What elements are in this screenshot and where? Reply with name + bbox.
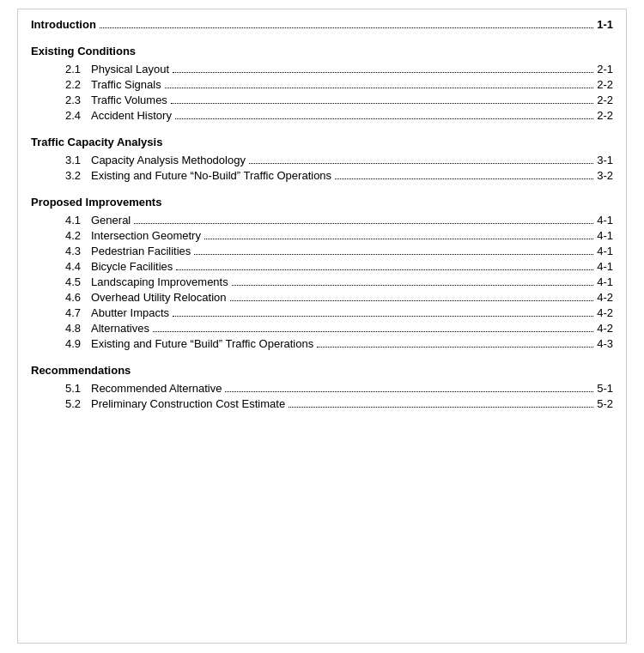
section-header-traffic: Traffic Capacity Analysis — [31, 136, 613, 148]
entry-number-4-8: 4.8 — [65, 322, 91, 335]
entry-dots-4-7 — [173, 316, 593, 317]
toc-container: Introduction1-1Existing Conditions2.1Phy… — [17, 9, 627, 644]
entry-number-4-9: 4.9 — [65, 337, 91, 350]
entry-dots-4-8 — [153, 331, 593, 332]
entry-dots-4-2 — [204, 239, 593, 239]
entry-title-4-9: Existing and Future “Build” Traffic Oper… — [91, 337, 313, 350]
section-title-proposed: Proposed Improvements — [31, 196, 161, 209]
entry-title-4-5: Landscaping Improvements — [91, 275, 228, 288]
toc-entry-5-1: 5.1Recommended Alternative5-1 — [31, 382, 613, 395]
entry-page-2-4: 2-2 — [597, 109, 613, 122]
toc-entry-5-2: 5.2Preliminary Construction Cost Estimat… — [31, 397, 613, 410]
toc-entry-4-2: 4.2Intersection Geometry4-1 — [31, 229, 613, 242]
toc-section-intro: Introduction1-1 — [31, 18, 613, 31]
toc-entry-4-9: 4.9Existing and Future “Build” Traffic O… — [31, 337, 613, 350]
entry-title-2-3: Traffic Volumes — [91, 94, 167, 106]
section-title-traffic: Traffic Capacity Analysis — [31, 136, 162, 148]
entry-page-4-7: 4-2 — [597, 306, 613, 319]
section-header-intro: Introduction1-1 — [31, 18, 613, 31]
entry-dots-3-1 — [249, 163, 593, 164]
entry-number-2-4: 2.4 — [65, 109, 91, 122]
entry-number-4-6: 4.6 — [65, 291, 91, 304]
entry-page-5-1: 5-1 — [597, 382, 613, 395]
toc-entry-2-3: 2.3Traffic Volumes2-2 — [31, 94, 613, 106]
toc-entry-4-1: 4.1General4-1 — [31, 214, 613, 227]
section-page-intro: 1-1 — [597, 18, 613, 31]
entry-number-2-2: 2.2 — [65, 78, 91, 91]
entry-dots-3-2 — [335, 178, 593, 179]
entry-title-4-4: Bicycle Facilities — [91, 260, 173, 273]
entry-number-4-3: 4.3 — [65, 245, 91, 257]
section-title-existing: Existing Conditions — [31, 45, 136, 57]
section-title-intro: Introduction — [31, 18, 96, 31]
entry-page-4-4: 4-1 — [597, 260, 613, 273]
toc-entry-4-8: 4.8Alternatives4-2 — [31, 322, 613, 335]
entry-title-4-8: Alternatives — [91, 322, 149, 335]
entry-page-2-3: 2-2 — [597, 94, 613, 106]
entry-number-2-1: 2.1 — [65, 63, 91, 76]
entry-page-4-8: 4-2 — [597, 322, 613, 335]
entry-title-4-6: Overhead Utility Relocation — [91, 291, 227, 304]
entry-page-4-5: 4-1 — [597, 275, 613, 288]
entry-title-2-4: Accident History — [91, 109, 172, 122]
entry-dots-4-1 — [134, 223, 593, 224]
entry-number-4-5: 4.5 — [65, 275, 91, 288]
entry-page-4-3: 4-1 — [597, 245, 613, 257]
entry-page-2-2: 2-2 — [597, 78, 613, 91]
toc-entry-4-3: 4.3Pedestrian Facilities4-1 — [31, 245, 613, 257]
toc-entry-3-2: 3.2Existing and Future “No-Build” Traffi… — [31, 169, 613, 182]
entry-page-4-6: 4-2 — [597, 291, 613, 304]
toc-entry-4-6: 4.6Overhead Utility Relocation4-2 — [31, 291, 613, 304]
section-header-recommendations: Recommendations — [31, 364, 613, 377]
entry-number-5-1: 5.1 — [65, 382, 91, 395]
entry-number-2-3: 2.3 — [65, 94, 91, 106]
entry-dots-2-4 — [175, 118, 593, 119]
entry-number-4-2: 4.2 — [65, 229, 91, 242]
entry-dots-4-4 — [176, 269, 593, 270]
entry-dots-2-3 — [171, 103, 593, 104]
entry-dots-4-6 — [230, 300, 594, 301]
entry-page-4-9: 4-3 — [597, 337, 613, 350]
entry-number-4-1: 4.1 — [65, 214, 91, 227]
entry-dots-2-1 — [173, 72, 593, 73]
entry-dots-4-9 — [317, 347, 593, 348]
toc-section-proposed: Proposed Improvements4.1General4-14.2Int… — [31, 196, 613, 350]
entry-page-5-2: 5-2 — [597, 397, 613, 410]
entry-dots-2-2 — [165, 88, 594, 88]
toc-section-existing: Existing Conditions2.1Physical Layout2-1… — [31, 45, 613, 122]
toc-entry-2-4: 2.4Accident History2-2 — [31, 109, 613, 122]
entry-title-3-1: Capacity Analysis Methodology — [91, 154, 246, 166]
entry-dots-4-5 — [232, 285, 594, 286]
entry-title-4-2: Intersection Geometry — [91, 229, 201, 242]
entry-number-5-2: 5.2 — [65, 397, 91, 410]
entry-title-3-2: Existing and Future “No-Build” Traffic O… — [91, 169, 331, 182]
entry-page-4-2: 4-1 — [597, 229, 613, 242]
entry-page-3-1: 3-1 — [597, 154, 613, 166]
entry-title-4-1: General — [91, 214, 131, 227]
entry-page-4-1: 4-1 — [597, 214, 613, 227]
entry-number-3-2: 3.2 — [65, 169, 91, 182]
entry-title-4-7: Abutter Impacts — [91, 306, 169, 319]
toc-section-traffic: Traffic Capacity Analysis3.1Capacity Ana… — [31, 136, 613, 182]
entry-title-2-2: Traffic Signals — [91, 78, 161, 91]
section-header-existing: Existing Conditions — [31, 45, 613, 57]
toc-entry-4-5: 4.5Landscaping Improvements4-1 — [31, 275, 613, 288]
entry-number-4-4: 4.4 — [65, 260, 91, 273]
entry-title-5-1: Recommended Alternative — [91, 382, 222, 395]
toc-entry-3-1: 3.1Capacity Analysis Methodology3-1 — [31, 154, 613, 166]
entry-title-4-3: Pedestrian Facilities — [91, 245, 191, 257]
entry-dots-4-3 — [194, 254, 593, 255]
toc-section-recommendations: Recommendations5.1Recommended Alternativ… — [31, 364, 613, 410]
section-dots-intro — [100, 27, 593, 28]
entry-page-3-2: 3-2 — [597, 169, 613, 182]
entry-page-2-1: 2-1 — [597, 63, 613, 76]
toc-entry-2-1: 2.1Physical Layout2-1 — [31, 63, 613, 76]
entry-dots-5-2 — [289, 407, 593, 408]
section-title-recommendations: Recommendations — [31, 364, 131, 377]
toc-entry-4-7: 4.7Abutter Impacts4-2 — [31, 306, 613, 319]
toc-entry-2-2: 2.2Traffic Signals2-2 — [31, 78, 613, 91]
entry-title-5-2: Preliminary Construction Cost Estimate — [91, 397, 285, 410]
entry-dots-5-1 — [225, 391, 593, 392]
section-header-proposed: Proposed Improvements — [31, 196, 613, 209]
toc-entry-4-4: 4.4Bicycle Facilities4-1 — [31, 260, 613, 273]
